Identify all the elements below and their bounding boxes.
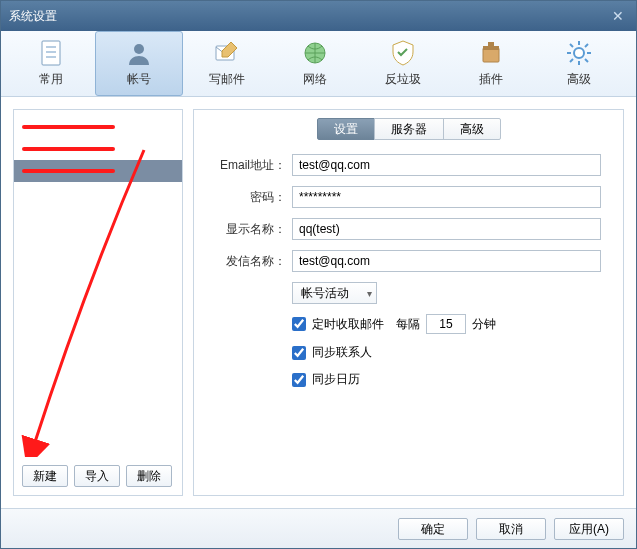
titlebar: 系统设置 ✕ [1,1,636,31]
toolbar-label: 反垃圾 [385,71,421,88]
sync-contacts-checkbox[interactable] [292,346,306,360]
email-field[interactable] [292,154,601,176]
svg-line-16 [585,59,588,62]
subtabs: 设置 服务器 高级 [194,118,623,140]
sync-contacts-label: 同步联系人 [312,344,372,361]
cancel-button[interactable]: 取消 [476,518,546,540]
toolbar-plugins[interactable]: 插件 [447,31,535,96]
chevron-down-icon: ▾ [367,288,372,299]
toolbar-label: 插件 [479,71,503,88]
interval-field[interactable] [426,314,466,334]
toolbar-network[interactable]: 网络 [271,31,359,96]
sync-calendar-checkbox[interactable] [292,373,306,387]
tab-settings[interactable]: 设置 [317,118,375,140]
minutes-label: 分钟 [472,316,496,333]
svg-line-18 [585,44,588,47]
svg-line-15 [570,44,573,47]
svg-rect-7 [483,48,499,62]
svg-rect-3 [46,56,56,58]
every-label: 每隔 [396,316,420,333]
toolbar-label: 常用 [39,71,63,88]
new-account-button[interactable]: 新建 [22,465,68,487]
display-name-field[interactable] [292,218,601,240]
window-title: 系统设置 [9,8,57,25]
sync-calendar-label: 同步日历 [312,371,360,388]
toolbar-label: 写邮件 [209,71,245,88]
ok-button[interactable]: 确定 [398,518,468,540]
toolbar-label: 网络 [303,71,327,88]
toolbar-account[interactable]: 帐号 [95,31,183,96]
account-activity-combo[interactable]: 帐号活动 ▾ [292,282,377,304]
svg-rect-2 [46,51,56,53]
import-account-button[interactable]: 导入 [74,465,120,487]
svg-point-4 [134,44,144,54]
sender-name-field[interactable] [292,250,601,272]
tab-advanced[interactable]: 高级 [443,118,501,140]
shield-icon [389,39,417,67]
password-field[interactable] [292,186,601,208]
account-list: xx(8666) xx(xxx) qq(xxx 602) [14,110,182,457]
footer: 确定 取消 应用(A) [1,508,636,548]
account-sidepanel: xx(8666) xx(xxx) qq(xxx 602) 新建 导入 删除 [13,109,183,496]
svg-line-17 [570,59,573,62]
combo-label: 帐号活动 [301,285,349,302]
main-panel: 设置 服务器 高级 Email地址： 密码： 显示名称： 发信名称： [193,109,624,496]
account-item-selected[interactable]: qq(xxx 602) [14,160,182,182]
svg-point-10 [574,48,584,58]
sender-name-label: 发信名称： [204,253,286,270]
file-icon [37,39,65,67]
account-buttons: 新建 导入 删除 [14,457,182,495]
display-name-label: 显示名称： [204,221,286,238]
toolbar-label: 高级 [567,71,591,88]
toolbar-common[interactable]: 常用 [7,31,95,96]
compose-icon [213,39,241,67]
toolbar-compose[interactable]: 写邮件 [183,31,271,96]
password-label: 密码： [204,189,286,206]
timed-fetch-label: 定时收取邮件 [312,316,384,333]
svg-rect-9 [488,42,494,46]
svg-rect-1 [46,46,56,48]
settings-window: 系统设置 ✕ 常用 帐号 写邮件 网络 反垃圾 插件 高级 [0,0,637,549]
toolbar-advanced[interactable]: 高级 [535,31,623,96]
apply-button[interactable]: 应用(A) [554,518,624,540]
toolbar-label: 帐号 [127,71,151,88]
globe-icon [301,39,329,67]
account-item[interactable]: xx(xxx) [14,138,182,160]
close-icon[interactable]: ✕ [608,6,628,26]
delete-account-button[interactable]: 删除 [126,465,172,487]
plugin-icon [477,39,505,67]
svg-rect-8 [483,46,499,50]
gear-icon [565,39,593,67]
timed-fetch-checkbox[interactable] [292,317,306,331]
toolbar: 常用 帐号 写邮件 网络 反垃圾 插件 高级 [1,31,636,97]
tab-server[interactable]: 服务器 [374,118,444,140]
account-item[interactable]: xx(8666) [14,116,182,138]
email-label: Email地址： [204,157,286,174]
user-icon [125,39,153,67]
body: xx(8666) xx(xxx) qq(xxx 602) 新建 导入 删除 设置… [1,97,636,508]
account-form: Email地址： 密码： 显示名称： 发信名称： 帐号活动 [194,154,623,398]
toolbar-antispam[interactable]: 反垃圾 [359,31,447,96]
